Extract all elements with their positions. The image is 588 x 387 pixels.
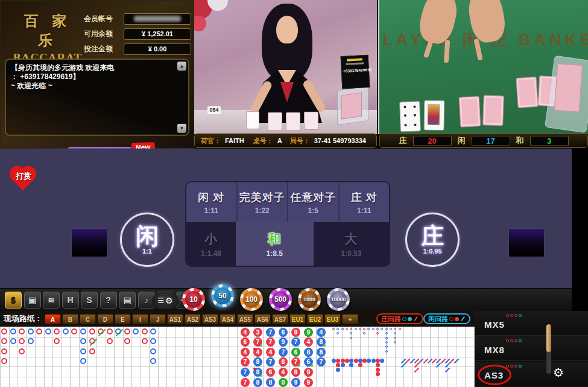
roadmap-tab-AS4[interactable]: AS4 bbox=[220, 314, 236, 324]
scrollbar-thumb[interactable] bbox=[546, 324, 551, 352]
chip-100[interactable]: 100 bbox=[240, 288, 263, 311]
masked-account-value bbox=[134, 16, 181, 22]
roadmap-tab-AS3[interactable]: AS3 bbox=[202, 314, 218, 324]
bet-tray-icon[interactable]: $ bbox=[5, 292, 22, 309]
bet-name: 和 bbox=[268, 231, 281, 248]
bead-plate-mark: 7 bbox=[266, 357, 275, 366]
banker-card-slot bbox=[508, 228, 545, 257]
chip-value: 50 bbox=[214, 287, 231, 304]
big-road-mark bbox=[89, 338, 95, 344]
side-bet-cell[interactable]: 任意对子1:5 bbox=[288, 182, 340, 222]
roadmap-tab-AS7[interactable]: AS7 bbox=[272, 314, 288, 324]
chip-10000[interactable]: 10000 bbox=[327, 288, 350, 311]
roadmap-tab-EU3[interactable]: EU3 bbox=[324, 314, 341, 324]
roadmap-tab-AS6[interactable]: AS6 bbox=[254, 314, 271, 324]
roadmap-tab-E[interactable]: E bbox=[115, 314, 131, 324]
table-trend-dots bbox=[506, 339, 522, 342]
chip-settings-button[interactable]: ☰ ⚙ bbox=[152, 292, 179, 309]
video-camera-icon[interactable]: ▣ bbox=[24, 292, 41, 309]
bead-plate-mark: 4 bbox=[317, 328, 326, 337]
table-list-item-MX8[interactable]: MX8 bbox=[475, 336, 588, 361]
roadmap-tab-AS5[interactable]: AS5 bbox=[237, 314, 253, 324]
trend-dot-icon bbox=[519, 314, 522, 317]
bet-name: 任意对子 bbox=[290, 190, 336, 205]
roadmap-tab-B[interactable]: B bbox=[62, 314, 78, 324]
chip-value: 100 bbox=[243, 291, 260, 308]
gear-icon: ⚙ bbox=[165, 296, 173, 305]
jackpot-icon[interactable]: Ħ bbox=[62, 292, 79, 309]
player-bet-circle[interactable]: 闲 1:1 bbox=[120, 213, 174, 267]
big-eye-road-mark bbox=[385, 328, 388, 330]
roadmap-tab-AS1[interactable]: AS1 bbox=[167, 314, 183, 324]
roadmap-tab-EU2[interactable]: EU2 bbox=[307, 314, 323, 324]
main-bet-cell[interactable]: 小1:1.46 bbox=[186, 222, 236, 266]
chip-500[interactable]: 500 bbox=[269, 288, 292, 311]
ask-player-road-button[interactable]: 闲问路 bbox=[423, 313, 470, 324]
big-road-mark bbox=[28, 338, 34, 344]
banker-bet-circle[interactable]: 庄 1:0.95 bbox=[405, 213, 460, 267]
trend-dot-icon bbox=[514, 365, 517, 368]
card bbox=[304, 112, 318, 130]
roadmap-tab-I[interactable]: I bbox=[132, 314, 148, 324]
bet-odds: 1:11 bbox=[204, 206, 218, 215]
help-icon[interactable]: ? bbox=[100, 292, 117, 309]
side-bet-cell[interactable]: 完美对子1:22 bbox=[238, 182, 289, 222]
roadmap-tab-A[interactable]: A bbox=[45, 314, 61, 324]
roadmap-tab-+[interactable]: + bbox=[342, 314, 358, 324]
signal-icon[interactable]: ≋ bbox=[43, 292, 60, 309]
cockroach-road-mark bbox=[445, 367, 450, 372]
score-label: 和 bbox=[516, 135, 524, 146]
money-icon[interactable]: S bbox=[81, 292, 98, 309]
main-bet-cell[interactable]: 大1:0.53 bbox=[314, 222, 390, 266]
roadmap-tab-D[interactable]: D bbox=[97, 314, 113, 324]
roadmap-tab-AS2[interactable]: AS2 bbox=[185, 314, 201, 324]
small-road-mark bbox=[371, 359, 376, 363]
bead-plate-mark: 6 bbox=[291, 348, 300, 357]
main-bet-cell[interactable]: 和1:8.5 bbox=[236, 222, 313, 266]
banker-bet-odds: 1:0.95 bbox=[423, 248, 441, 255]
chat-scroll-down-button[interactable]: ▼ bbox=[177, 124, 186, 133]
trend-dot-icon bbox=[519, 365, 522, 368]
small-road-mark bbox=[341, 363, 345, 367]
side-bet-cell[interactable]: 庄 对1:11 bbox=[340, 182, 390, 222]
roadmap-tab-J[interactable]: J bbox=[150, 314, 166, 324]
field-label: 投注金额 bbox=[84, 44, 121, 54]
table-trend-dots bbox=[506, 314, 522, 317]
table-list-item-MX5[interactable]: MX5 bbox=[475, 311, 588, 336]
chat-scroll-up-button[interactable]: ▲ bbox=[177, 62, 186, 71]
tip-button[interactable]: 打赏 bbox=[10, 165, 37, 191]
bead-plate-mark: 9 bbox=[304, 378, 313, 387]
chip-50[interactable]: 50 bbox=[211, 284, 234, 307]
table-list-item-AS3[interactable]: AS3 bbox=[475, 362, 588, 386]
chip-1000[interactable]: 1000 bbox=[298, 288, 321, 311]
field-label: 会员帐号 bbox=[84, 14, 121, 24]
report-icon[interactable]: ▤ bbox=[119, 292, 136, 309]
tip-label: 打赏 bbox=[10, 171, 37, 182]
settings-gear-icon[interactable]: ⚙ bbox=[553, 365, 564, 380]
roadmap-tab-EU1[interactable]: EU1 bbox=[289, 314, 306, 324]
ask-banker-road-button[interactable]: 庄问路 bbox=[376, 313, 423, 324]
side-bet-cell[interactable]: 闲 对1:11 bbox=[186, 182, 238, 222]
bead-plate-mark: 8 bbox=[317, 348, 326, 357]
small-road-mark bbox=[380, 359, 384, 363]
bead-plate-mark: 8 bbox=[266, 378, 275, 387]
ask-player-label: 闲问路 bbox=[428, 315, 448, 324]
bead-plate-mark: 7 bbox=[266, 328, 275, 337]
chip-10[interactable]: 10 bbox=[182, 288, 205, 311]
big-eye-road-mark bbox=[399, 328, 401, 330]
tables-scrollbar[interactable] bbox=[546, 324, 551, 374]
big-eye-road-mark bbox=[363, 328, 365, 330]
card-shoe bbox=[337, 86, 368, 125]
big-eye-road-mark bbox=[346, 328, 348, 330]
roadmap-tab-C[interactable]: C bbox=[80, 314, 96, 324]
bead-plate-mark: 9 bbox=[279, 337, 288, 347]
bead-plate-mark: 8 bbox=[317, 337, 326, 347]
big-eye-road-mark bbox=[394, 328, 396, 330]
account-panel: 百 家 乐 BACCARAT 会员帐号可用余额¥ 1,252.01投注金额¥ 0… bbox=[0, 0, 194, 149]
big-eye-road-mark bbox=[350, 332, 352, 334]
big-road-mark bbox=[89, 328, 95, 334]
big-road-mark bbox=[19, 338, 25, 344]
hollow-circle-icon bbox=[449, 317, 454, 321]
big-eye-road-mark bbox=[350, 328, 352, 330]
small-road-mark bbox=[349, 359, 353, 363]
